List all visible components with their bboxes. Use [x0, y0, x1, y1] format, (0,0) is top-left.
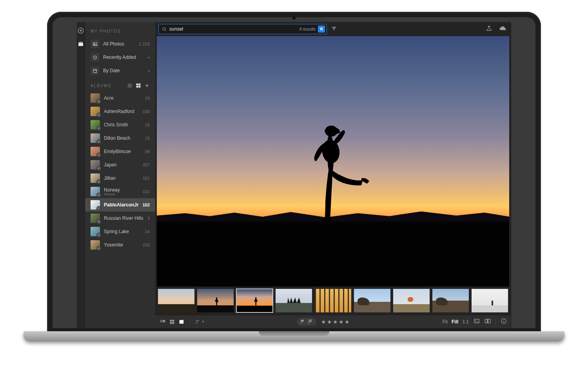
album-item[interactable]: NorwayShared101 [85, 185, 155, 198]
sync-check-icon [96, 139, 101, 144]
album-thumbnail [91, 147, 100, 156]
filmstrip-thumbnail[interactable] [471, 288, 508, 313]
filmstrip [155, 287, 511, 315]
filmstrip-thumbnail[interactable] [314, 288, 352, 313]
album-item[interactable]: Japan207 [85, 158, 155, 172]
svg-rect-1 [78, 43, 83, 46]
album-item[interactable]: PabloAlarconJr102 [85, 198, 155, 212]
photo-viewer[interactable] [157, 36, 509, 287]
left-rail [77, 22, 85, 328]
compare-icon[interactable] [485, 318, 491, 325]
star-icon[interactable]: ★ [321, 319, 326, 325]
filmstrip-thumbnail[interactable] [236, 288, 273, 313]
album-count: 99 [145, 149, 150, 154]
album-item[interactable]: Acre19 [85, 91, 155, 105]
sync-check-icon [96, 126, 101, 131]
cloud-icon[interactable] [498, 24, 508, 35]
svg-rect-2 [79, 42, 83, 43]
svg-point-14 [163, 27, 165, 30]
album-item[interactable]: EmilyBlincoe99 [85, 145, 155, 158]
sync-check-icon [96, 179, 101, 184]
album-name: EmilyBlincoe [104, 149, 141, 154]
svg-rect-20 [160, 321, 161, 322]
sort-button[interactable]: ▾ [195, 319, 204, 325]
album-item[interactable]: Chris Smith16 [85, 118, 155, 131]
nav-recently-added[interactable]: Recently Added ◂ [85, 51, 155, 64]
add-album-icon[interactable] [144, 83, 150, 88]
sync-check-icon [96, 153, 101, 157]
album-item[interactable]: AdrienRadford100 [85, 105, 155, 118]
album-thumbnail [91, 173, 100, 183]
album-count: 14 [145, 229, 150, 234]
filmstrip-thumbnail[interactable] [158, 288, 195, 313]
filter-icon[interactable] [331, 26, 337, 33]
svg-rect-19 [162, 320, 163, 321]
info-icon[interactable] [501, 318, 507, 325]
sync-check-icon [96, 193, 101, 197]
list-view-icon[interactable] [127, 83, 132, 88]
svg-rect-24 [172, 319, 174, 321]
star-icon[interactable]: ★ [327, 319, 332, 325]
filmstrip-thumbnail[interactable] [275, 288, 312, 313]
svg-rect-7 [128, 84, 132, 84]
star-icon[interactable]: ★ [333, 319, 338, 325]
album-name: AdrienRadford [104, 109, 139, 114]
sync-check-icon [96, 233, 101, 237]
album-name: Acre [104, 95, 141, 101]
svg-rect-28 [474, 319, 479, 323]
grid-small-icon[interactable] [159, 319, 166, 325]
album-count: 102 [143, 203, 150, 207]
flag-pick-icon[interactable] [300, 319, 305, 325]
album-item[interactable]: Jillian101 [85, 172, 155, 185]
album-name: NorwayShared [104, 187, 139, 196]
search-field[interactable]: 9 results ✕ [158, 24, 327, 34]
svg-rect-26 [172, 322, 174, 324]
album-name: Spring Lake [104, 229, 141, 234]
album-thumbnail [91, 240, 100, 250]
filmstrip-thumbnail[interactable] [354, 288, 391, 313]
album-thumbnail [91, 160, 100, 170]
album-item[interactable]: Dillon Beach15 [85, 131, 155, 145]
grid-view-icon[interactable] [136, 83, 141, 88]
star-icon[interactable]: ★ [345, 319, 350, 325]
single-view-icon[interactable] [178, 319, 185, 325]
sync-check-icon [96, 206, 101, 211]
album-thumbnail [91, 107, 100, 116]
share-icon[interactable] [484, 24, 494, 35]
grid-icon[interactable] [169, 319, 176, 325]
svg-rect-12 [136, 86, 138, 88]
library-icon[interactable] [77, 40, 85, 48]
nav-all-photos[interactable]: All Photos 1,153 [85, 37, 155, 51]
add-icon[interactable] [77, 27, 85, 35]
album-item[interactable]: Spring Lake14 [85, 225, 155, 238]
album-name: Jillian [104, 175, 139, 181]
search-icon [162, 27, 167, 32]
nav-label: By Date [103, 68, 144, 73]
filmstrip-thumbnail[interactable] [197, 288, 234, 313]
sync-check-icon [96, 113, 101, 117]
albums-header: ALBUMS [91, 84, 127, 88]
clear-search-button[interactable]: ✕ [318, 26, 325, 33]
main-photo [294, 119, 372, 221]
sync-check-icon [96, 219, 101, 224]
svg-rect-21 [162, 321, 163, 322]
zoom-fit[interactable]: Fit [443, 319, 448, 325]
nav-by-date[interactable]: By Date ◂ [85, 64, 155, 77]
zoom-11[interactable]: 1:1 [462, 319, 469, 325]
flag-reject-icon[interactable] [308, 319, 313, 325]
zoom-fill[interactable]: Fill [452, 319, 458, 325]
rating-stars[interactable]: ★★★★★ [321, 319, 350, 325]
filmstrip-thumbnail[interactable] [432, 288, 469, 313]
album-name: Yosemite [104, 242, 139, 248]
album-item[interactable]: Yosemite220 [85, 238, 155, 252]
filmstrip-thumbnail[interactable] [393, 288, 430, 313]
album-count: 101 [143, 189, 150, 194]
svg-rect-29 [485, 319, 487, 323]
album-name: PabloAlarconJr [104, 202, 139, 208]
original-icon[interactable] [474, 318, 480, 325]
album-count: 100 [143, 109, 150, 114]
star-icon[interactable]: ★ [339, 319, 344, 325]
chevron-left-icon: ◂ [148, 69, 150, 73]
search-input[interactable] [169, 26, 297, 32]
album-item[interactable]: Russian River Hills3 [85, 212, 155, 225]
